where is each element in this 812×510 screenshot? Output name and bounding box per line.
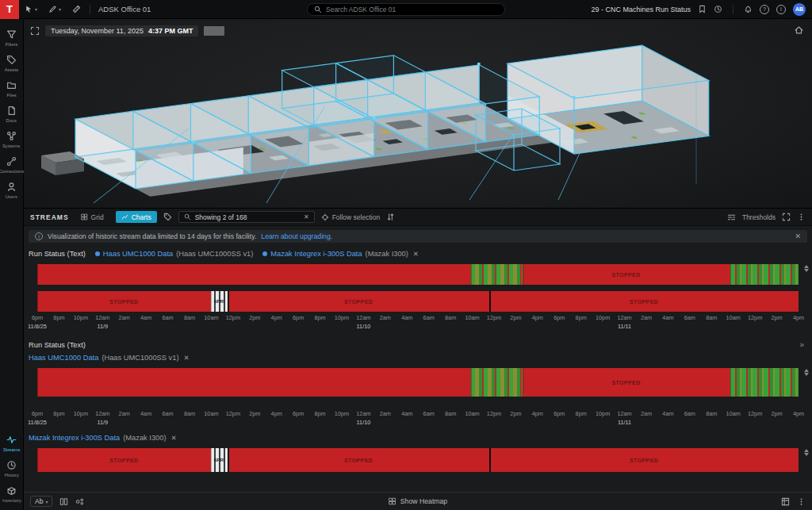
status-segment-stopped[interactable]: STOPPED [523,368,730,397]
connections-icon [6,156,17,167]
nodes-toggle-button[interactable] [75,497,84,506]
notifications-button[interactable] [744,5,753,13]
upgrade-link[interactable]: Learn about upgrading. [261,232,332,240]
thresholds-label[interactable]: Thresholds [742,213,776,221]
app-logo[interactable]: T [0,0,19,19]
run-status-chart-mazak[interactable]: STOPPEDSPRISTOPPEDSTOPPED [37,291,799,312]
table-view-button[interactable] [781,497,790,506]
current-date: Tuesday, November 11, 2025 [51,27,144,35]
series-link[interactable]: Haas UMC1000 Data [29,354,98,362]
axis-tick: 8pm [576,314,587,321]
sidebar-item-users[interactable]: Users [0,178,23,203]
legend-item-mazak[interactable]: Mazak Integrex i-300S Data (Mazak I300) … [29,434,177,442]
series-link[interactable]: Mazak Integrex i-300S Data [270,250,362,258]
series-chip-row: Haas UMC1000 Data (Haas UMC1000SS v1) ✕ [29,354,807,362]
remove-series-icon[interactable]: ✕ [171,434,177,442]
remove-series-icon[interactable]: ✕ [184,354,190,362]
collapse-section-icon[interactable]: » [799,340,804,349]
bookmark-button[interactable] [698,5,707,13]
history-icon [6,460,17,470]
legend-item-haas[interactable]: Haas UMC1000 Data (Haas UMC1000SS v1) ✕ [29,354,190,362]
time-range-button[interactable] [204,26,224,36]
expand-viewport-icon[interactable] [30,26,40,36]
sidebar-item-inventory[interactable]: Inventory [0,481,23,507]
row-resize-handle[interactable] [804,369,809,376]
more-options-button[interactable] [797,497,806,506]
text-display-mode-button[interactable]: Ab▾ [30,496,52,507]
status-segment-stopped[interactable] [37,368,471,397]
panel-menu-button[interactable] [797,213,806,221]
avatar[interactable]: AB [793,3,806,16]
chevron-down-icon: ▾ [59,6,61,12]
facility-name[interactable]: ADSK Office 01 [98,5,151,13]
axis-tick: 8am [184,314,195,321]
sort-button[interactable] [386,213,395,221]
select-tool-dropdown[interactable]: ▾ [19,5,43,13]
run-status-chart-mazak-solo[interactable]: STOPPEDSPRISTOPPEDSTOPPED [37,448,799,472]
global-search-input[interactable]: Search ADSK Office 01 [307,3,505,16]
show-heatmap-button[interactable]: Show Heatmap [389,497,447,505]
status-segment-interrupt[interactable]: SPRI [211,291,228,312]
expand-panel-button[interactable] [782,213,791,221]
tag-filter-button[interactable] [163,213,172,221]
status-segment-stopped[interactable]: STOPPED [489,448,799,472]
toolbar-divider [733,5,733,14]
axis-tick: 2am [380,410,391,417]
streams-search-input[interactable]: Showing 2 of 168 ✕ [178,211,315,223]
kebab-icon [797,497,806,506]
sidebar-item-filters[interactable]: Filters [0,25,23,51]
clear-search-icon[interactable]: ✕ [304,213,309,220]
sidebar-item-docs[interactable]: Docs [0,102,23,127]
measure-tool-button[interactable] [67,5,86,13]
legend-item-haas[interactable]: Haas UMC1000 Data (Haas UMC1000SS v1) [95,250,254,258]
row-resize-handle[interactable] [804,265,809,272]
3d-building-model[interactable] [24,19,812,208]
follow-selection-button[interactable]: Follow selection [321,213,380,221]
streams-panel-title: STREAMS [30,213,69,221]
bookmark-icon [698,5,707,13]
history-button[interactable] [714,5,722,13]
sidebar-item-files[interactable]: Files [0,76,23,102]
axis-tick: 10pm [596,410,610,417]
charts-view-button[interactable]: Charts [116,211,157,223]
run-status-chart-haas[interactable]: STOPPED [37,264,799,285]
legend-item-mazak[interactable]: Mazak Integrex i-300S Data (Mazak I300) … [262,250,419,258]
sidebar-item-history[interactable]: History [0,456,23,481]
grid-view-button[interactable]: Grid [75,211,109,223]
series-link[interactable]: Mazak Integrex i-300S Data [29,434,120,442]
streams-panel-header: STREAMS Grid Charts Showing 2 of 168 ✕ F… [24,209,812,226]
series-link[interactable]: Haas UMC1000 Data [103,250,173,258]
axis-tick: 4pm [532,410,543,417]
sidebar-item-connections[interactable]: Connections [0,152,23,178]
status-segment-mixed-b[interactable] [730,368,799,397]
help-button[interactable]: ? [760,5,769,14]
sidebar-item-assets[interactable]: Assets [0,51,23,76]
remove-series-icon[interactable]: ✕ [413,250,419,258]
sidebar-item-systems[interactable]: Systems [0,127,23,152]
layout-toggle-button[interactable] [59,497,68,506]
date-time-chip[interactable]: Tuesday, November 11, 2025 4:37 PM GMT [45,25,198,36]
status-segment-mixed-a[interactable] [471,264,522,285]
run-status-chart-haas-solo[interactable]: STOPPED [37,368,799,397]
status-segment-mixed-b[interactable] [730,264,799,285]
filter-icon [6,29,17,40]
status-segment-stopped[interactable]: STOPPED [523,264,730,285]
status-segment-stopped[interactable]: STOPPED [228,291,489,312]
status-segment-label: SPRI [211,299,228,304]
close-banner-icon[interactable]: ✕ [795,232,801,240]
info-button[interactable]: i [776,5,786,14]
status-segment-stopped[interactable]: STOPPED [37,448,211,472]
home-view-button[interactable] [794,25,804,35]
axis-tick: 10pm [74,410,88,417]
markup-tool-dropdown[interactable]: ▾ [43,5,67,13]
3d-viewport[interactable]: Tuesday, November 11, 2025 4:37 PM GMT [24,19,812,208]
status-segment-mixed-a[interactable] [471,368,522,397]
sidebar-item-streams[interactable]: Streams [0,431,23,456]
status-segment-interrupt[interactable]: SPRI [211,448,228,472]
status-segment-stopped[interactable]: STOPPED [37,291,211,312]
status-segment-stopped[interactable]: STOPPED [489,291,799,312]
axis-tick: 12am11/11 [617,314,631,330]
status-segment-stopped[interactable]: STOPPED [228,448,489,472]
status-segment-stopped[interactable] [37,264,471,285]
row-resize-handle[interactable] [804,449,809,456]
